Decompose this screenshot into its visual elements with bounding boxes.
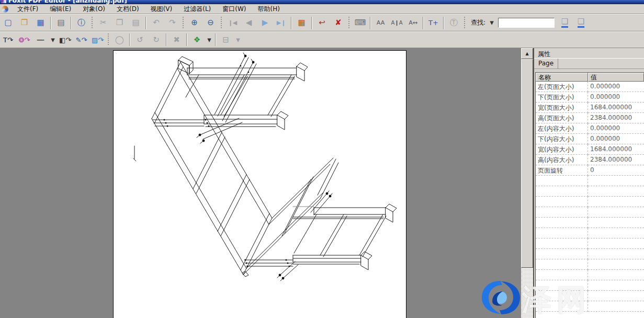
find-prev-button[interactable]: ❏ [557,16,572,30]
line-tool-button[interactable]: — [33,33,48,47]
menu-file[interactable]: 文件(F) [12,4,44,15]
property-name [536,218,588,228]
toolbar-drag-handle[interactable] [348,17,351,29]
delete-page-button[interactable]: ✘ [331,16,346,30]
property-value[interactable]: 0.000000 [588,134,644,144]
shapes-dropdown[interactable]: ▾ [206,33,213,47]
scroll-up-button[interactable]: ▲ [521,48,533,59]
toolbar-drag-handle[interactable] [464,17,466,29]
toolbar-drag-handle[interactable] [182,17,185,29]
insert-page-button[interactable]: ↩ [314,16,330,30]
menu-filter[interactable]: 过滤器(L) [178,4,217,15]
delete-object-button[interactable]: ✖ [169,33,184,47]
property-value[interactable]: 2384.000000 [588,113,644,123]
property-row[interactable]: 宽(内容大小)1684.000000 [536,144,644,155]
property-value[interactable]: 0 [588,165,644,176]
zoom-out-button[interactable]: ⊖ [203,16,218,30]
font-style-button[interactable]: AA [373,16,388,30]
property-row[interactable]: 下(内容大小)0.000000 [536,134,644,144]
menu-edit[interactable]: 编辑(E) [44,4,77,15]
last-page-button[interactable]: ▶❙ [274,16,289,30]
property-name: 左(页面大小) [536,82,588,92]
cut-button[interactable]: ✂ [96,16,111,30]
toolbar-drag-handle[interactable] [220,17,223,29]
page-layout-icon: ▦ [298,19,305,27]
next-page-button[interactable]: ▶ [257,16,273,30]
toolbar-separator [423,17,424,29]
property-name: 高(内容大小) [536,155,588,165]
document-canvas[interactable] [0,48,521,318]
shading-tool-button[interactable]: ◧↷ [58,33,73,47]
toolbar-drag-handle[interactable] [91,17,94,29]
scrollbar-thumb[interactable] [521,59,533,268]
menu-object[interactable]: 对象(O) [77,4,111,15]
cut-icon: ✂ [100,19,107,27]
property-value[interactable]: 1684.000000 [588,103,644,113]
property-row-empty [536,228,644,238]
pdf-page[interactable] [113,50,406,318]
line-tool-icon: ▾ [51,36,55,44]
property-row-empty [536,218,644,228]
property-row[interactable]: 宽(页面大小)1684.000000 [536,103,644,113]
rotate-left-button[interactable]: ↺ [132,33,148,47]
menu-help[interactable]: 帮助(H) [252,4,286,15]
first-page-button[interactable]: ❙◀ [225,16,240,30]
canvas-vertical-scrollbar[interactable]: ▲ [521,48,533,318]
add-text-object-button[interactable]: T↷ [1,33,16,47]
lasso-select-button[interactable]: ◯ [112,33,127,47]
toolbar-separator [443,17,444,29]
shapes-button[interactable]: ❖ [189,33,205,47]
property-value[interactable]: 1684.000000 [588,144,644,155]
insert-image-button[interactable]: ▨↷ [90,33,105,47]
property-row[interactable]: 下(页面大小)0.000000 [536,92,644,103]
new-button[interactable]: ▢ [1,16,16,30]
property-row[interactable]: 高(页面大小)2384.000000 [536,113,644,123]
page-layout-button[interactable]: ▦ [294,16,309,30]
find-input[interactable] [498,18,555,28]
property-value[interactable]: 0.000000 [588,82,644,92]
toolbar-drag-handle[interactable] [107,33,110,46]
keyboard-button[interactable]: ⌨ [353,16,368,30]
paste-button[interactable]: ▤ [128,16,143,30]
property-value[interactable]: 0.000000 [588,92,644,103]
align-button[interactable]: ⊟ [218,33,233,47]
property-row-empty [536,270,644,280]
tab-page[interactable]: Page [534,59,558,69]
add-text-button[interactable]: T+ [426,16,441,30]
property-row[interactable]: 左(内容大小)0.000000 [536,123,644,134]
undo-button[interactable]: ↶ [149,16,164,30]
menu-window[interactable]: 窗口(W) [217,4,252,15]
zoom-in-button[interactable]: ⊕ [187,16,202,30]
property-value[interactable]: 2384.000000 [588,155,644,165]
align-dropdown[interactable]: ▾ [234,33,242,47]
open-button[interactable]: ❐ [17,16,32,30]
property-value[interactable]: 0.000000 [588,123,644,134]
edit-image-button[interactable]: ✎↷ [74,33,89,47]
document-info-button[interactable]: ⓘ [74,16,89,30]
rotate-right-button[interactable]: ↻ [149,33,164,47]
property-name: 左(内容大小) [536,123,588,134]
copy-button[interactable]: ❐ [112,16,127,30]
application-window: Foxit PDF Editor - [anzhuang.pdf] 文件(F)编… [0,0,644,318]
insert-image-icon: ▨↷ [92,37,104,43]
print-button[interactable]: ▤ [53,16,69,30]
color-picker-button[interactable]: ❂↷ [17,33,32,47]
property-row[interactable]: 高(内容大小)2384.000000 [536,155,644,165]
toolbar-separator [129,33,130,46]
menu-view[interactable]: 视图(V) [145,4,178,15]
font-width-button[interactable]: A❙A [389,16,404,30]
text-mode-button[interactable]: Ⓣ [446,16,461,30]
property-row[interactable]: 左(页面大小)0.000000 [536,82,644,92]
font-width-icon: A❙A [391,20,402,26]
font-spacing-button[interactable]: A↔ [405,16,421,30]
redo-button[interactable]: ↷ [165,16,180,30]
find-next-button[interactable]: ❏ [573,16,589,30]
menu-document[interactable]: 文档(D) [111,4,145,15]
find-options-dropdown[interactable]: ▾ [488,16,495,30]
property-row[interactable]: 页面旋转0 [536,165,644,176]
add-text-object-icon: T↷ [3,37,13,43]
line-tool-dropdown[interactable]: ▾ [49,33,57,47]
property-value [588,186,644,197]
prev-page-button[interactable]: ◀ [241,16,256,30]
save-button[interactable]: ▦ [33,16,48,30]
